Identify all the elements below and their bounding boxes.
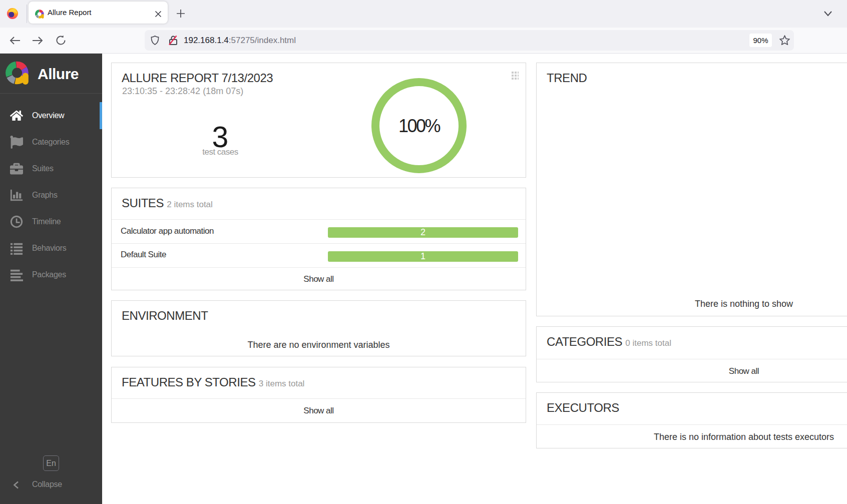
svg-text:100%: 100%: [398, 116, 441, 136]
